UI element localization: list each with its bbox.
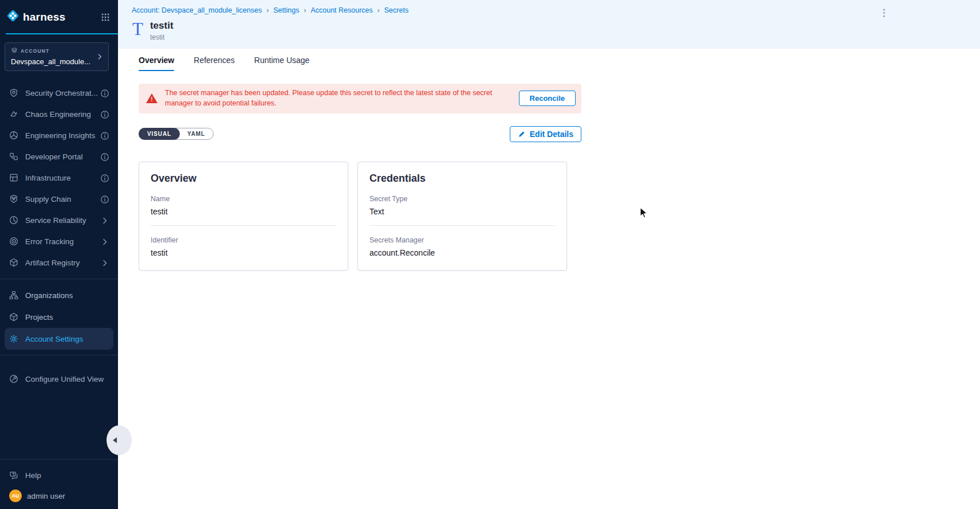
breadcrumb-separator: › (266, 6, 269, 14)
sidebar-item-label: Account Settings (25, 335, 109, 343)
sidebar-item-label: Projects (25, 313, 109, 322)
artifact-registry-icon (9, 258, 19, 268)
field-value: testit (151, 248, 336, 257)
sidebar-item-label: Help (25, 471, 109, 480)
sidebar-spacer (0, 390, 118, 454)
info-icon[interactable] (100, 195, 109, 204)
toggle-option-visual[interactable]: VISUAL (139, 128, 180, 140)
field-value: testit (151, 207, 336, 216)
sidebar-collapse-handle[interactable] (107, 425, 132, 455)
breadcrumb-link-account-resources[interactable]: Account Resources (310, 6, 372, 14)
sidebar-item-label: Error Tracking (25, 237, 100, 246)
brand-name: harness (23, 11, 65, 24)
sidebar-item-label: Configure Unified View (25, 375, 109, 383)
detail-cards: Overview NametestitIdentifiertestit Cred… (139, 162, 980, 271)
sidebar-item-label: Supply Chain (25, 195, 100, 203)
info-icon[interactable] (100, 152, 109, 162)
organizations-icon (9, 291, 19, 300)
field-value: account.Reconcile (369, 248, 555, 257)
info-icon[interactable] (100, 131, 109, 140)
breadcrumb-separator: › (304, 6, 306, 14)
harness-logo[interactable]: harness (6, 9, 101, 25)
sidebar-item-account-settings[interactable]: Account Settings (5, 328, 113, 350)
field-label: Secret Type (369, 195, 555, 203)
field-value: Text (369, 207, 555, 216)
breadcrumb-link-settings[interactable]: Settings (273, 6, 299, 14)
breadcrumb-link-account-devspace-all-module-licenses[interactable]: Account: Devspace_all_module_licenses (132, 6, 262, 14)
tab-references[interactable]: References (194, 49, 235, 71)
info-icon[interactable] (100, 174, 109, 183)
toggle-option-yaml[interactable]: YAML (179, 128, 213, 139)
sidebar-item-infrastructure[interactable]: Infrastructure (0, 167, 118, 189)
brand-underline (6, 33, 118, 34)
sidebar-item-artifact-registry[interactable]: Artifact Registry (0, 252, 118, 273)
harness-logo-icon (6, 9, 20, 25)
card-title: Credentials (369, 173, 555, 185)
sidebar-item-chaos-engineering[interactable]: Chaos Engineering (0, 104, 118, 125)
breadcrumb-link-secrets[interactable]: Secrets (384, 6, 408, 14)
warning-message: The secret manager has been updated. Ple… (165, 88, 519, 109)
account-layers-icon (11, 47, 18, 55)
sidebar-item-label: Infrastructure (25, 174, 100, 182)
sidebar-item-engineering-insights[interactable]: Engineering Insights (0, 125, 118, 146)
sidebar-item-supply-chain[interactable]: Supply Chain (0, 189, 118, 210)
field-label: Identifier (151, 236, 336, 244)
page-header: Account: Devspace_all_module_licenses›Se… (118, 0, 980, 49)
account-selector[interactable]: ACCOUNT Devspace_all_module... (5, 42, 109, 71)
field-divider (369, 225, 555, 226)
view-toolbar: VISUALYAML Edit Details (139, 126, 581, 142)
sidebar-header: harness (0, 0, 118, 32)
sidebar-item-label: Security Orchestrat... (25, 89, 100, 97)
warning-triangle-icon (146, 93, 158, 103)
edit-details-label: Edit Details (530, 130, 573, 139)
sidebar-divider (0, 355, 118, 355)
sidebar-item-organizations[interactable]: Organizations (0, 284, 118, 306)
chevron-right-icon[interactable] (100, 216, 109, 225)
credentials-card: Credentials Secret TypeTextSecrets Manag… (357, 162, 567, 271)
sidebar-item-error-tracking[interactable]: Error Tracking (0, 231, 118, 252)
sidebar-divider (0, 459, 118, 460)
sidebar-links: OrganizationsProjectsAccount Settings (0, 284, 118, 350)
gear-icon (9, 334, 19, 344)
chevron-right-icon[interactable] (100, 259, 109, 268)
tab-overview[interactable]: Overview (139, 49, 174, 71)
tab-bar: OverviewReferencesRuntime Usage (118, 49, 980, 71)
overview-card: Overview NametestitIdentifiertestit (139, 162, 348, 271)
breadcrumb-separator: › (377, 6, 380, 14)
sidebar-item-user-profile[interactable]: AU admin user (0, 486, 118, 509)
account-name: Devspace_all_module... (11, 57, 93, 66)
wrench-icon (9, 374, 19, 384)
sidebar-item-projects[interactable]: Projects (0, 306, 118, 328)
reconcile-button[interactable]: Reconcile (519, 91, 576, 106)
visual-yaml-toggle: VISUALYAML (139, 128, 214, 140)
projects-icon (9, 312, 19, 322)
sidebar-item-developer-portal[interactable]: Developer Portal (0, 146, 118, 167)
user-name: admin user (27, 492, 65, 500)
sidebar: harness ACCOUNT Devspace_all_module... S… (0, 0, 118, 509)
secret-text-type-icon: T (132, 20, 143, 38)
supply-chain-icon (9, 194, 19, 204)
error-tracking-icon (9, 237, 19, 246)
info-icon[interactable] (100, 89, 109, 98)
sidebar-item-label: Engineering Insights (25, 131, 100, 140)
sidebar-item-label: Artifact Registry (25, 259, 100, 267)
sidebar-item-service-reliability[interactable]: Service Reliability (0, 210, 118, 231)
module-grid-icon[interactable] (101, 13, 110, 22)
field-label: Secrets Manager (369, 236, 555, 244)
page-title: testit (150, 20, 174, 32)
chevron-right-icon (96, 53, 104, 61)
field-label: Name (151, 195, 336, 203)
sidebar-item-security-orchestrat[interactable]: Security Orchestrat... (0, 83, 118, 104)
sidebar-item-configure-unified-view[interactable]: Configure Unified View (0, 369, 118, 390)
info-icon[interactable] (100, 110, 109, 119)
sidebar-divider (0, 279, 118, 279)
account-label: ACCOUNT (21, 48, 49, 54)
edit-details-button[interactable]: Edit Details (510, 126, 581, 142)
user-avatar: AU (9, 490, 22, 502)
chaos-icon (9, 109, 19, 119)
kebab-menu-icon[interactable] (880, 7, 888, 18)
chevron-right-icon[interactable] (100, 237, 109, 246)
tab-runtime-usage[interactable]: Runtime Usage (254, 49, 310, 71)
sidebar-item-help[interactable]: Help (0, 465, 118, 486)
sidebar-item-label: Organizations (25, 291, 109, 300)
